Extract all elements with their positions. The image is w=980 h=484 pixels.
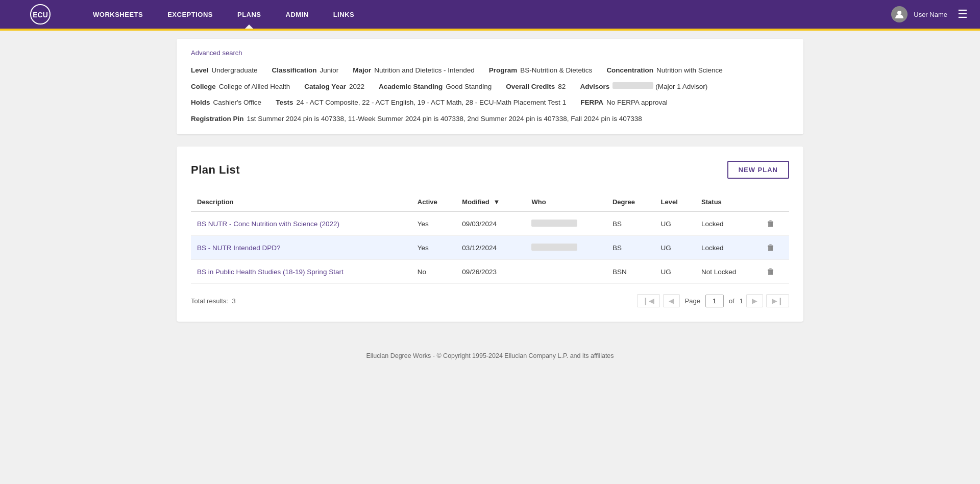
plan-level: UG — [655, 236, 696, 260]
nav-exceptions[interactable]: EXCEPTIONS — [155, 0, 225, 29]
new-plan-button[interactable]: NEW PLAN — [727, 161, 789, 179]
plan-description-link[interactable]: BS in Public Health Studies (18-19) Spri… — [197, 268, 344, 276]
plan-active: Yes — [411, 211, 456, 236]
plan-table: Description Active Modified ▼ Who Degree… — [191, 193, 789, 284]
info-row-3: Holds Cashier's Office Tests 24 - ACT Co… — [191, 97, 789, 108]
nav-admin[interactable]: ADMIN — [274, 0, 321, 29]
ferpa-label: FERPA — [580, 97, 603, 108]
table-header-row: Description Active Modified ▼ Who Degree… — [191, 193, 789, 211]
plan-status: Locked — [695, 211, 761, 236]
plan-level: UG — [655, 211, 696, 236]
nav-plans[interactable]: PLANS — [225, 0, 274, 29]
total-pages: 1 — [740, 297, 743, 305]
registration-pin-label: Registration Pin — [191, 113, 244, 125]
plan-description-link[interactable]: BS - NUTR Intended DPD? — [197, 244, 281, 252]
of-label: of — [729, 297, 734, 305]
major-label: Major — [353, 65, 371, 76]
svg-text:ECU: ECU — [33, 11, 48, 19]
plan-list-card: Plan List NEW PLAN Description Active Mo… — [177, 147, 803, 322]
last-page-button[interactable]: ▶❙ — [766, 294, 789, 307]
col-active: Active — [411, 193, 456, 211]
plan-who — [525, 260, 606, 284]
plan-active: Yes — [411, 236, 456, 260]
concentration-value: Nutrition with Science — [656, 65, 723, 76]
catalog-year-label: Catalog Year — [304, 81, 346, 92]
first-page-button[interactable]: ❙◀ — [637, 294, 660, 307]
main-content: Advanced search Level Undergraduate Clas… — [168, 31, 812, 342]
prev-page-button[interactable]: ◀ — [663, 294, 680, 307]
concentration-label: Concentration — [606, 65, 653, 76]
total-results: Total results: 3 — [191, 297, 236, 305]
table-row: BS NUTR - Conc Nutrition with Science (2… — [191, 211, 789, 236]
level-label: Level — [191, 65, 209, 76]
table-row: BS - NUTR Intended DPD?Yes03/12/2024BSUG… — [191, 236, 789, 260]
ecu-logo-icon: ECU — [30, 4, 51, 25]
plan-list-title: Plan List — [191, 163, 240, 177]
plan-who — [525, 211, 606, 236]
header-right: User Name ☰ — [891, 6, 980, 23]
major-value: Nutrition and Dietetics - Intended — [374, 65, 475, 76]
academic-standing-value: Good Standing — [446, 81, 492, 92]
col-level: Level — [655, 193, 696, 211]
program-label: Program — [489, 65, 518, 76]
tests-value: 24 - ACT Composite, 22 - ACT English, 19… — [296, 97, 566, 108]
nav-menu: WORKSHEETS EXCEPTIONS PLANS ADMIN LINKS — [81, 0, 891, 29]
col-who: Who — [525, 193, 606, 211]
college-label: College — [191, 81, 216, 92]
nav-worksheets[interactable]: WORKSHEETS — [81, 0, 155, 29]
who-redacted — [531, 220, 577, 227]
table-row: BS in Public Health Studies (18-19) Spri… — [191, 260, 789, 284]
plan-modified: 09/26/2023 — [456, 260, 525, 284]
ferpa-value: No FERPA approval — [606, 97, 668, 108]
page-label: Page — [685, 297, 700, 305]
delete-plan-button[interactable]: 🗑 — [767, 267, 775, 276]
academic-standing-label: Academic Standing — [379, 81, 443, 92]
col-description: Description — [191, 193, 411, 211]
level-value: Undergraduate — [212, 65, 258, 76]
info-row-1: Level Undergraduate Classification Junio… — [191, 65, 789, 76]
registration-pin-value: 1st Summer 2024 pin is 407338, 11-Week S… — [247, 113, 642, 125]
plan-degree: BS — [606, 211, 655, 236]
plan-active: No — [411, 260, 456, 284]
who-redacted — [531, 244, 577, 251]
header: ECU WORKSHEETS EXCEPTIONS PLANS ADMIN LI… — [0, 0, 980, 29]
nav-links[interactable]: LINKS — [321, 0, 367, 29]
hamburger-menu-icon[interactable]: ☰ — [953, 6, 972, 23]
plan-status: Not Locked — [695, 260, 761, 284]
classification-value: Junior — [320, 65, 338, 76]
advanced-search-link[interactable]: Advanced search — [191, 49, 789, 57]
plan-description-link[interactable]: BS NUTR - Conc Nutrition with Science (2… — [197, 220, 339, 228]
pagination-row: Total results: 3 ❙◀ ◀ Page of 1 ▶ ▶❙ — [191, 294, 789, 307]
plan-level: UG — [655, 260, 696, 284]
col-status: Status — [695, 193, 761, 211]
next-page-button[interactable]: ▶ — [746, 294, 763, 307]
info-row-2: College College of Allied Health Catalog… — [191, 81, 789, 92]
program-value: BS-Nutrition & Dietetics — [520, 65, 592, 76]
holds-value: Cashier's Office — [213, 97, 262, 108]
user-name-label: User Name — [914, 11, 947, 18]
overall-credits-label: Overall Credits — [506, 81, 555, 92]
classification-label: Classification — [272, 65, 317, 76]
plan-modified: 03/12/2024 — [456, 236, 525, 260]
footer-text: Ellucian Degree Works - © Copyright 1995… — [366, 352, 614, 359]
catalog-year-value: 2022 — [349, 81, 364, 92]
plan-modified: 09/03/2024 — [456, 211, 525, 236]
plan-status: Locked — [695, 236, 761, 260]
plan-degree: BS — [606, 236, 655, 260]
delete-plan-button[interactable]: 🗑 — [767, 219, 775, 228]
info-row-4: Registration Pin 1st Summer 2024 pin is … — [191, 113, 789, 125]
sort-icon: ▼ — [493, 198, 500, 206]
advisors-redacted — [612, 82, 653, 89]
col-modified[interactable]: Modified ▼ — [456, 193, 525, 211]
page-input[interactable] — [705, 295, 724, 307]
user-avatar — [891, 6, 908, 22]
col-degree: Degree — [606, 193, 655, 211]
advisors-label: Advisors — [580, 81, 609, 92]
tests-label: Tests — [276, 97, 293, 108]
student-info-card: Advanced search Level Undergraduate Clas… — [177, 39, 803, 134]
footer: Ellucian Degree Works - © Copyright 1995… — [0, 342, 980, 368]
plan-who — [525, 236, 606, 260]
college-value: College of Allied Health — [219, 81, 290, 92]
delete-plan-button[interactable]: 🗑 — [767, 243, 775, 252]
plan-list-header: Plan List NEW PLAN — [191, 161, 789, 179]
